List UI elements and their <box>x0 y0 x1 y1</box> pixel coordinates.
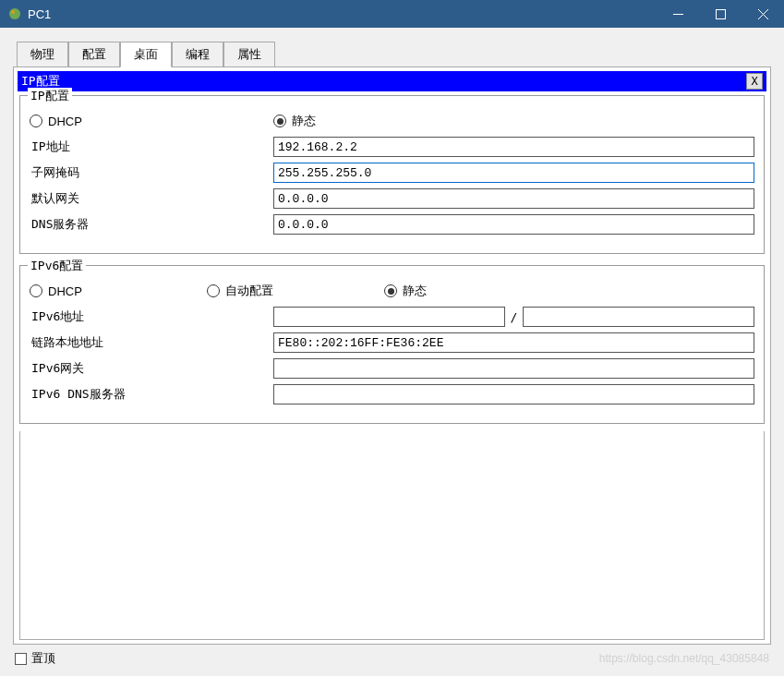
close-button[interactable] <box>742 0 784 28</box>
ipv4-static-radio[interactable]: 静态 <box>273 113 316 129</box>
ipv6-static-radio[interactable]: 静态 <box>384 283 427 299</box>
panel-title: IP配置 <box>21 73 746 90</box>
ipv6-prefix-separator: / <box>511 310 518 324</box>
bottom-bar: 置顶 https://blog.csdn.net/qq_43085848 <box>13 650 771 667</box>
ipv6-legend: IPv6配置 <box>28 258 86 274</box>
radio-icon <box>273 115 286 127</box>
watermark: https://blog.csdn.net/qq_43085848 <box>599 652 769 665</box>
ipv6-static-label: 静态 <box>403 283 427 299</box>
gateway-label: 默认网关 <box>30 190 273 207</box>
content-area: IP配置 X IP配置 DHCP 静态 <box>13 67 771 645</box>
minimize-button[interactable] <box>657 0 699 28</box>
ip-address-label: IP地址 <box>30 139 273 155</box>
tab-bar: 物理 配置 桌面 编程 属性 <box>13 41 771 67</box>
panel-close-button[interactable]: X <box>746 73 763 90</box>
ipv4-legend: IP配置 <box>28 88 72 104</box>
ipv6-fieldset: IPv6配置 DHCP 自动配置 <box>19 265 765 424</box>
app-icon <box>7 6 22 21</box>
ipv6-address-input[interactable] <box>273 307 505 327</box>
svg-rect-3 <box>716 9 725 18</box>
ip-address-input[interactable] <box>273 137 754 157</box>
checkbox-icon <box>15 653 27 665</box>
tab-config[interactable]: 配置 <box>68 42 120 67</box>
titlebar: PC1 <box>0 0 784 28</box>
window-body: 物理 配置 桌面 编程 属性 IP配置 X IP配置 DHCP <box>0 28 784 676</box>
ipv4-fieldset: IP配置 DHCP 静态 IP地址 <box>19 95 765 254</box>
always-on-top-label: 置顶 <box>31 650 55 667</box>
ipv6-address-label: IPv6地址 <box>30 308 273 325</box>
radio-icon <box>30 284 42 297</box>
tab-programming[interactable]: 编程 <box>172 42 223 67</box>
ipv6-dhcp-radio[interactable]: DHCP <box>30 284 188 298</box>
radio-icon <box>384 284 397 297</box>
panel-header: IP配置 X <box>18 71 766 91</box>
link-local-label: 链路本地地址 <box>30 334 273 351</box>
ipv6-dns-input[interactable] <box>273 384 754 404</box>
ipv4-static-label: 静态 <box>292 113 316 129</box>
link-local-input[interactable] <box>273 332 754 353</box>
subnet-mask-input[interactable] <box>273 163 754 183</box>
ipv6-dns-label: IPv6 DNS服务器 <box>30 386 273 403</box>
maximize-button[interactable] <box>699 0 742 28</box>
ipv6-prefix-input[interactable] <box>523 307 754 327</box>
radio-icon <box>207 284 220 297</box>
dns-input[interactable] <box>273 214 754 235</box>
gateway-input[interactable] <box>273 188 754 209</box>
svg-point-1 <box>11 10 15 14</box>
ipv4-dhcp-label: DHCP <box>48 115 82 128</box>
ipv6-mode-row: DHCP 自动配置 静态 <box>30 281 754 301</box>
ipv6-gateway-input[interactable] <box>273 358 754 379</box>
ipv6-auto-label: 自动配置 <box>225 283 273 299</box>
ipv4-mode-row: DHCP 静态 <box>30 111 754 131</box>
window-controls <box>657 0 784 28</box>
tab-desktop[interactable]: 桌面 <box>120 42 172 67</box>
ipv4-dhcp-radio[interactable]: DHCP <box>30 115 255 128</box>
dns-label: DNS服务器 <box>30 216 273 233</box>
tab-physical[interactable]: 物理 <box>17 42 68 67</box>
tab-attributes[interactable]: 属性 <box>223 42 275 67</box>
subnet-mask-label: 子网掩码 <box>30 164 273 181</box>
content-spacer <box>19 431 765 640</box>
ipv6-gateway-label: IPv6网关 <box>30 360 273 377</box>
svg-point-0 <box>9 8 20 19</box>
window-title: PC1 <box>28 7 657 21</box>
ipv6-dhcp-label: DHCP <box>48 284 82 298</box>
ipv6-auto-radio[interactable]: 自动配置 <box>207 283 366 299</box>
radio-icon <box>30 115 42 127</box>
always-on-top-checkbox[interactable]: 置顶 <box>15 650 55 667</box>
